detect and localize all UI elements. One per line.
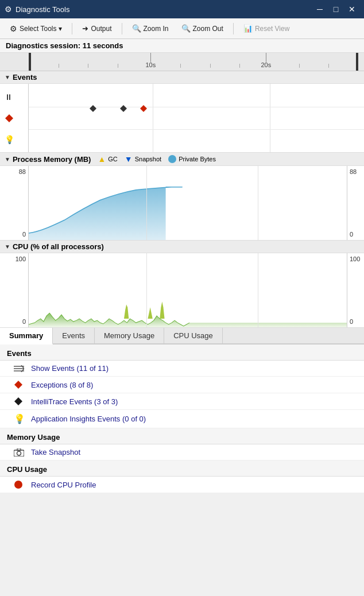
summary-item-take-snapshot[interactable]: Take Snapshot [0,444,364,460]
cpu-collapse-arrow[interactable]: ▼ [5,243,10,250]
gear-icon: ⚙ [10,24,17,33]
appinsights-text: Application Insights Events (0 of 0) [31,415,146,423]
summary-item-intellitrace[interactable]: IntelliTrace Events (3 of 3) [0,393,364,410]
ruler-minor-tick-3 [118,64,118,68]
title-bar-left: ⚙ Diagnostic Tools [5,5,69,14]
zoom-in-button[interactable]: 🔍 Zoom In [127,22,174,35]
intellitrace-text: IntelliTrace Events (3 of 3) [31,397,118,406]
gc-label: GC [108,156,118,162]
events-plot [29,84,364,152]
memory-area-chart [29,166,347,240]
tab-summary[interactable]: Summary [0,328,53,345]
svg-point-12 [14,481,22,489]
cpu-header-title: ▼ CPU (% of all processors) [5,242,104,251]
svg-marker-1 [90,105,96,112]
events-chart: ⏸ 💡 [0,84,364,153]
show-events-text: Show Events (11 of 11) [31,364,109,373]
svg-point-10 [17,451,21,455]
show-events-icon [14,365,25,372]
record-cpu-text: Record CPU Profile [31,481,96,489]
tab-cpu-usage[interactable]: CPU Usage [164,328,223,343]
toolbar-separator-2 [122,23,122,34]
title-bar-controls: ─ □ ✕ [312,2,359,17]
reset-view-label: Reset View [255,25,289,33]
memory-header-title: ▼ Process Memory (MB) [5,155,91,164]
memory-y-min-right: 0 [350,231,362,238]
svg-marker-8 [14,397,22,405]
memory-collapse-arrow[interactable]: ▼ [5,156,10,162]
maximize-button[interactable]: □ [328,2,343,17]
ruler-tick-10s [150,53,151,62]
take-snapshot-text: Take Snapshot [31,448,80,456]
summary-item-exceptions[interactable]: Exceptions (8 of 8) [0,377,364,393]
memory-y-max: 88 [2,168,26,175]
svg-rect-11 [17,448,21,451]
svg-marker-3 [140,105,147,112]
toolbar: ⚙ Select Tools ▾ ➜ Output 🔍 Zoom In 🔍 Zo… [0,18,364,39]
ruler-minor-tick-8 [328,64,329,68]
events-header-title: ▼ Events [5,73,37,82]
output-button[interactable]: ➜ Output [77,22,117,35]
events-title: Events [13,73,37,82]
summary-content: Events Show Events (11 of 11) Exceptions… [0,345,364,493]
tabs-bar: Summary Events Memory Usage CPU Usage [0,328,364,345]
zoom-out-label: Zoom Out [193,25,223,33]
session-label: Diagnostics session: 11 seconds [6,41,123,50]
memory-y-max-right: 88 [350,168,362,175]
events-vert-line-1 [153,84,153,152]
cpu-y-max-right: 100 [350,256,362,262]
cpu-vert-2 [258,253,258,327]
events-collapse-arrow[interactable]: ▼ [5,74,10,80]
intellitrace-event-2[interactable] [119,105,127,113]
ruler-minor-tick-6 [239,64,240,68]
mem-vert-2 [258,166,258,240]
summary-item-record-cpu[interactable]: Record CPU Profile [0,477,364,493]
exception-diamond-icon [14,380,25,389]
summary-item-show-events[interactable]: Show Events (11 of 11) [0,361,364,377]
ruler-area: 10s 20s [29,53,358,71]
memory-plot [29,166,347,240]
output-label: Output [91,25,111,33]
title-bar-text: Diagnostic Tools [16,5,69,14]
cpu-area-chart [29,253,347,327]
memory-y-axis-right: 88 0 [347,166,364,240]
cpu-chart: 100 0 100 0 [0,253,364,328]
exception-event-1[interactable] [140,105,148,113]
summary-item-appinsights[interactable]: 💡 Application Insights Events (0 of 0) [0,410,364,428]
reset-view-icon: 📊 [243,24,253,33]
select-tools-label: Select Tools [20,25,56,33]
events-h-sep-1 [29,107,364,107]
mem-vert-1 [146,166,147,240]
reset-view-button[interactable]: 📊 Reset View [238,22,295,35]
ruler-label-20s: 20s [261,61,271,68]
toolbar-separator-3 [233,23,234,34]
tab-events[interactable]: Events [53,328,95,343]
private-bytes-label: Private Bytes [179,156,216,162]
select-tools-button[interactable]: ⚙ Select Tools ▾ [5,22,67,36]
ruler-label-10s: 10s [146,61,156,68]
appinsights-icon: 💡 [5,135,26,144]
cpu-vert-1 [146,253,147,327]
ruler-minor-tick-5 [210,64,211,68]
summary-memory-title: Memory Usage [0,428,364,444]
legend-private-bytes: Private Bytes [168,155,216,163]
memory-section-header: ▼ Process Memory (MB) ▲ GC ▼ Snapshot Pr… [0,153,364,166]
snapshot-icon: ▼ [125,154,133,164]
tab-memory-usage[interactable]: Memory Usage [95,328,164,343]
zoom-in-icon: 🔍 [132,24,141,33]
cpu-y-axis-right: 100 0 [347,253,364,327]
timeline-ruler[interactable]: 10s 20s [0,53,364,71]
memory-title: Process Memory (MB) [13,155,91,164]
svg-marker-2 [120,105,127,112]
gc-icon: ▲ [98,154,106,164]
snapshot-label: Snapshot [135,156,161,162]
minimize-button[interactable]: ─ [312,2,327,17]
intellitrace-event-1[interactable] [89,105,97,113]
dropdown-arrow-icon: ▾ [59,25,62,33]
ruler-minor-tick-1 [59,64,59,68]
exceptions-text: Exceptions (8 of 8) [31,381,93,389]
events-vert-line-2 [270,84,270,152]
ruler-minor-tick-4 [180,64,181,68]
zoom-out-button[interactable]: 🔍 Zoom Out [176,22,229,35]
close-button[interactable]: ✕ [344,2,359,17]
